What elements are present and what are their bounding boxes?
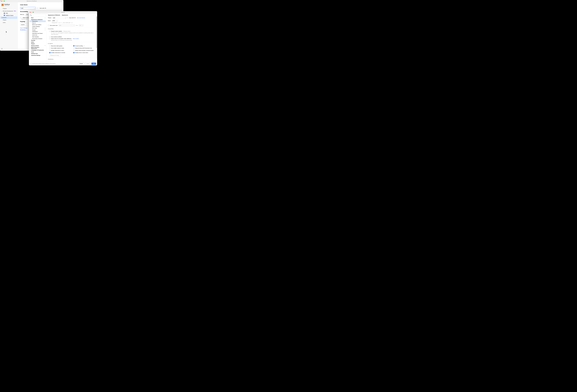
tree-keymap[interactable]: Keymap xyxy=(30,39,46,41)
nav-ssh[interactable]: SSH xyxy=(0,12,18,14)
tree-system-settings[interactable]: ›System Settings xyxy=(30,26,46,27)
tree-editor[interactable]: ›Editor xyxy=(30,41,46,43)
footer-hint: Project-level settings will be applied t… xyxy=(32,63,56,64)
chevron-right-icon: › xyxy=(61,14,61,16)
tree-appearance[interactable]: Appearance xyxy=(30,20,46,22)
custom-font-label: Use custom font: xyxy=(50,25,58,26)
theme-select[interactable]: Light⌄ xyxy=(52,17,67,19)
nav-jetbrains-space[interactable]: JetBrains Space xyxy=(0,14,18,17)
smaller-indents-label: Use smaller indents in trees xyxy=(51,48,64,49)
drag-drop-alt-checkbox[interactable] xyxy=(73,48,74,49)
adjust-colors-label: Adjust colors f xyxy=(23,17,29,18)
display-icons-label: Display icons in menu items xyxy=(75,52,88,53)
search-input[interactable]: 🔍 xyxy=(30,14,46,16)
breadcrumb-parent[interactable]: Appearance & Behavior xyxy=(48,14,60,16)
tree-label: Tools xyxy=(31,51,34,52)
chevron-down-icon: ⌄ xyxy=(30,19,31,20)
search-field[interactable] xyxy=(32,15,45,16)
tree-notifications[interactable]: Notifications xyxy=(30,31,46,33)
sync-os-checkbox[interactable] xyxy=(37,8,38,9)
custom-font-checkbox[interactable] xyxy=(48,25,49,26)
tree-settings-sync[interactable]: Settings Sync xyxy=(30,53,46,55)
scrollbar[interactable] xyxy=(96,16,97,58)
tree-label: Settings Sync xyxy=(31,53,38,54)
breadcrumb-current: Appearance xyxy=(62,14,68,16)
ok-button[interactable]: OK xyxy=(91,63,96,65)
apply-button[interactable]: Apply xyxy=(85,63,91,65)
zoom-select[interactable]: 100%⌄ xyxy=(52,20,58,22)
mnemonics-controls-checkbox[interactable] xyxy=(49,52,50,53)
tree-label: Quick Lists xyxy=(32,35,37,36)
tree-plugins[interactable]: Plugins xyxy=(30,43,46,45)
nav-learn[interactable]: Learn xyxy=(0,21,18,24)
app-info: RR RustRover 2023.3 EAP xyxy=(0,4,18,7)
nav-label: JetBrains Space xyxy=(6,15,13,16)
help-icon[interactable]: ? xyxy=(30,63,32,65)
tree-build[interactable]: ›Build, Execution, Deployment xyxy=(30,46,46,49)
zoom-hint: Change with ^⌥= or ^⌥-. Set to 100% with… xyxy=(52,22,96,23)
tree-rust[interactable]: ›Rust▭ xyxy=(30,17,46,19)
chevron-right-icon: › xyxy=(30,41,31,42)
tree-label: Keymap xyxy=(31,40,35,41)
tree-label: System Settings xyxy=(32,26,39,27)
mnemonics-menu-checkbox[interactable] xyxy=(49,50,50,51)
tree-appearance-behavior[interactable]: ⌄Appearance & Behavior xyxy=(30,19,46,21)
settings-tree: 🔍 ›Rust▭ ⌄Appearance & Behavior Appearan… xyxy=(29,13,46,62)
tree-presentation[interactable]: Presentation Assistant xyxy=(30,38,46,39)
contrast-scrollbars-label: Use contrast scrollbars xyxy=(51,36,62,37)
nav-remote-development[interactable]: ⌄Remote DevelopmentBeta xyxy=(0,10,18,12)
nav-plugins[interactable]: Plugins xyxy=(0,19,18,21)
smooth-scrolling-label: Smooth scrolling xyxy=(75,45,83,47)
tree-path-variables[interactable]: Path Variables xyxy=(30,36,46,38)
tree-menus-toolbars[interactable]: Menus and Toolbars xyxy=(30,24,46,26)
tree-label: Advanced Settings xyxy=(31,55,40,56)
chevron-right-icon: › xyxy=(30,51,31,52)
forward-icon[interactable]: → xyxy=(95,14,96,16)
tree-indent-checkbox[interactable] xyxy=(49,45,50,47)
select-value: Inter xyxy=(59,25,61,26)
full-path-checkbox[interactable] xyxy=(73,50,74,51)
tree-scopes[interactable]: Scopes▭ xyxy=(30,29,46,31)
drag-drop-alt-label: Drag-and-drop with Alt pressed only xyxy=(75,48,92,49)
dropdown-value: Light xyxy=(21,8,23,9)
help-icon[interactable]: ?⃝ xyxy=(84,45,85,47)
font-select[interactable]: Inter⌄ xyxy=(58,24,75,26)
contrast-scrollbars-checkbox[interactable] xyxy=(49,36,50,37)
display-icons-checkbox[interactable] xyxy=(73,52,74,53)
back-icon[interactable]: ← xyxy=(93,14,94,16)
search-icon: 🔍 xyxy=(30,14,32,16)
tree-data-editor[interactable]: Data Editor and Viewer xyxy=(30,33,46,34)
sync-os-checkbox[interactable] xyxy=(67,17,69,18)
tree-file-colors[interactable]: File Colors▭ xyxy=(30,27,46,29)
settings-title: Settings xyxy=(29,12,97,13)
nav-customize[interactable]: Customize xyxy=(0,16,17,19)
adjust-colors-checkbox[interactable] xyxy=(49,38,50,39)
tree-label: Presentation Assistant xyxy=(32,38,42,39)
tree-advanced[interactable]: Advanced Settings xyxy=(30,54,46,56)
accessibility-section: Accessibility xyxy=(48,28,96,30)
gear-icon[interactable] xyxy=(1,48,2,50)
chevron-down-icon: ⌄ xyxy=(56,20,57,21)
smooth-scrolling-checkbox[interactable] xyxy=(73,45,74,47)
cancel-button[interactable]: Cancel xyxy=(78,63,84,65)
tree-label: Notifications xyxy=(32,31,38,32)
smaller-indents-checkbox[interactable] xyxy=(49,48,50,49)
screen-readers-label: Support screen readers xyxy=(51,31,62,32)
adjust-colors-checkbox[interactable] xyxy=(20,17,21,18)
get-themes-link[interactable]: Get more themes xyxy=(77,17,85,18)
project-badge-icon: ▭ xyxy=(45,28,45,29)
tree-languages[interactable]: ›Languages & Frameworks xyxy=(30,49,46,51)
nav-projects[interactable]: Projects xyxy=(0,7,18,10)
ui-options-section: UI Options xyxy=(48,43,96,44)
ssh-icon xyxy=(4,13,5,14)
scrollbar-thumb[interactable] xyxy=(96,16,97,48)
theme-dropdown[interactable]: Light⌄ xyxy=(20,7,36,9)
screen-readers-checkbox[interactable] xyxy=(49,31,50,32)
how-it-works-link[interactable]: How it works xyxy=(73,38,79,39)
tree-tools[interactable]: ›Tools xyxy=(30,51,46,53)
tree-version-control[interactable]: ›Version Control▭ xyxy=(30,45,46,46)
tree-new-ui[interactable]: New UI xyxy=(30,22,46,24)
size-select[interactable]: 13⌄ xyxy=(79,24,83,26)
tree-quick-lists[interactable]: Quick Lists xyxy=(30,34,46,36)
background-image-button[interactable]: Background Image... xyxy=(49,54,61,56)
